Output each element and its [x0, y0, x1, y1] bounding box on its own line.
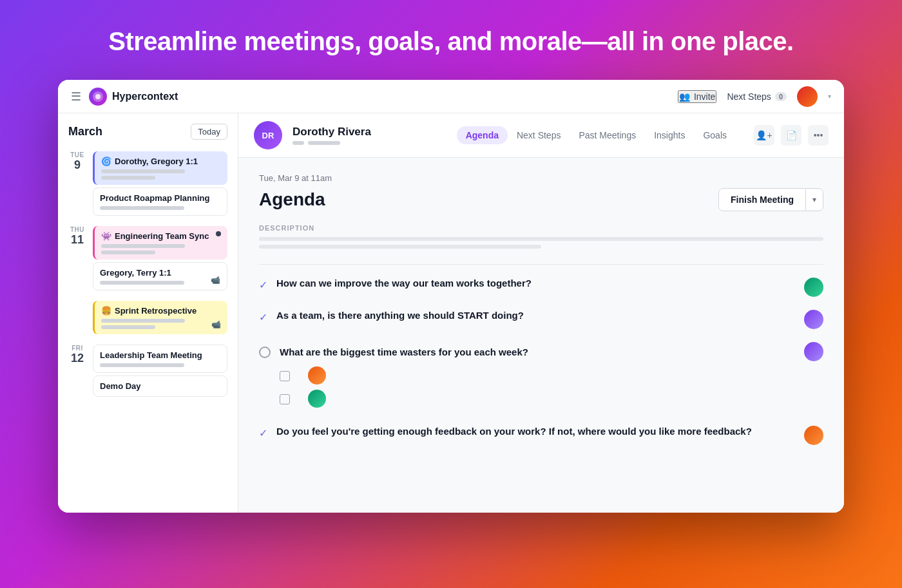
- event-product-roadmap[interactable]: Product Roapmap Planning: [93, 187, 227, 216]
- agenda-item-text: Do you feel you're getting enough feedba…: [276, 426, 795, 437]
- day-header-fri12: FRI 12 Leadership Team Meeting Demo: [58, 341, 238, 401]
- event-title: Gregory, Terry 1:1: [100, 268, 220, 278]
- day-events-sprint: 🍔 Sprint Retrospective 📹: [93, 301, 227, 334]
- agenda-item-3: What are the biggest time wasters for yo…: [259, 342, 823, 413]
- tab-insights[interactable]: Insights: [645, 126, 694, 144]
- nav-right: 👥 Invite Next Steps 0 ▾: [678, 86, 831, 107]
- event-leadership-team[interactable]: Leadership Team Meeting: [93, 345, 227, 373]
- today-button[interactable]: Today: [191, 124, 227, 140]
- brand-name: Hypercontext: [112, 91, 178, 102]
- tab-goals[interactable]: Goals: [694, 126, 736, 144]
- event-title: Demo Day: [100, 381, 220, 391]
- tab-past-meetings[interactable]: Past Meetings: [570, 126, 645, 144]
- document-button[interactable]: 📄: [781, 125, 801, 146]
- event-subtitle-line1: [101, 169, 185, 173]
- event-gregory-terry[interactable]: Gregory, Terry 1:1 📹: [93, 262, 227, 290]
- tab-next-steps[interactable]: Next Steps: [508, 126, 570, 144]
- add-participant-button[interactable]: 👤+: [754, 125, 774, 146]
- circle-icon: [259, 346, 271, 358]
- day-events-fri12: Leadership Team Meeting Demo Day: [93, 345, 227, 397]
- day-section-thu11: THU 11 👾 Engineering Team Sync: [58, 222, 238, 294]
- checkbox-icon: [280, 371, 290, 381]
- meeting-tabs: Agenda Next Steps Past Meetings Insights…: [457, 126, 736, 144]
- day-events-thu11: 👾 Engineering Team Sync Gregory, Terry 1…: [93, 226, 227, 290]
- agenda-item-avatar: [804, 426, 823, 445]
- day-header-sprint: 🍔 Sprint Retrospective 📹: [58, 297, 238, 338]
- sub-item-2: [280, 390, 326, 408]
- meeting-icons-row: [293, 141, 446, 145]
- video-icon: 📹: [211, 320, 221, 329]
- meeting-icon-dot2: [308, 141, 340, 145]
- agenda-item-text: As a team, is there anything we should S…: [276, 310, 795, 321]
- meeting-avatar: DR: [254, 121, 282, 149]
- next-steps-badge: 0: [775, 92, 787, 101]
- agenda-title: Agenda: [259, 189, 325, 210]
- nav-left: ☰ Hypercontext: [71, 88, 178, 106]
- event-sprint-retrospective[interactable]: 🍔 Sprint Retrospective 📹: [93, 301, 227, 334]
- agenda-content: Tue, Mar 9 at 11am Agenda Finish Meeting…: [238, 158, 844, 473]
- chevron-down-icon[interactable]: ▾: [828, 93, 831, 100]
- logo-area: Hypercontext: [89, 88, 178, 106]
- agenda-item-avatar: [804, 278, 823, 297]
- agenda-date: Tue, Mar 9 at 11am: [259, 173, 823, 183]
- day-header-thu11: THU 11 👾 Engineering Team Sync: [58, 222, 238, 294]
- desc-line-1: [259, 237, 823, 241]
- agenda-item-1: ✓ How can we improve the way our team wo…: [259, 278, 823, 297]
- day-name-fri: FRI: [72, 345, 83, 352]
- event-demo-day[interactable]: Demo Day: [93, 375, 227, 397]
- agenda-item-content: How can we improve the way our team work…: [276, 278, 795, 289]
- checkbox-icon: [280, 394, 290, 404]
- divider: [259, 264, 823, 265]
- event-subtitle-line: [100, 281, 184, 285]
- meeting-header: DR Dorothy Rivera Agenda Next Steps Past…: [238, 113, 844, 158]
- day-section-tue9: TUE 9 🌀 Dorothy, Gregory 1:1: [58, 147, 238, 220]
- event-subtitle-line1: [101, 319, 185, 323]
- hamburger-icon[interactable]: ☰: [71, 90, 81, 104]
- meeting-info: Dorothy Rivera: [293, 126, 446, 145]
- event-subtitle-line: [100, 363, 184, 367]
- finish-meeting-dropdown-button[interactable]: ▾: [805, 189, 823, 210]
- user-avatar[interactable]: [797, 86, 818, 107]
- finish-meeting-button-group: Finish Meeting ▾: [718, 188, 823, 211]
- sub-item-avatar: [308, 366, 326, 384]
- day-header-tue9: TUE 9 🌀 Dorothy, Gregory 1:1: [58, 147, 238, 220]
- description-label: DESCRIPTION: [259, 224, 823, 232]
- event-title: 🌀 Dorothy, Gregory 1:1: [101, 156, 221, 166]
- sub-items: [280, 366, 326, 413]
- day-num-12: 12: [71, 352, 84, 365]
- sidebar-month-header: March Today: [58, 124, 238, 147]
- desc-line-2: [259, 245, 541, 249]
- event-subtitle-line2: [101, 325, 155, 329]
- checkmark-icon: ✓: [259, 311, 267, 323]
- sub-item-avatar: [308, 390, 326, 408]
- event-title: Product Roapmap Planning: [100, 193, 220, 203]
- svg-point-1: [95, 94, 101, 99]
- checkmark-icon: ✓: [259, 279, 267, 291]
- agenda-item-content: As a team, is there anything we should S…: [276, 310, 795, 321]
- event-title: 👾 Engineering Team Sync: [101, 231, 221, 241]
- main-content: DR Dorothy Rivera Agenda Next Steps Past…: [238, 113, 844, 513]
- month-label: March: [68, 125, 102, 138]
- day-section-fri12: FRI 12 Leadership Team Meeting Demo: [58, 341, 238, 401]
- logo-icon: [89, 88, 107, 106]
- description-lines: [259, 237, 823, 249]
- event-engineering-team[interactable]: 👾 Engineering Team Sync: [93, 226, 227, 260]
- tab-agenda[interactable]: Agenda: [457, 126, 508, 144]
- event-subtitle-line2: [101, 176, 155, 180]
- finish-meeting-button[interactable]: Finish Meeting: [719, 189, 805, 211]
- next-steps-nav-button[interactable]: Next Steps 0: [727, 91, 787, 102]
- video-icon: 📹: [211, 276, 220, 285]
- more-options-button[interactable]: •••: [808, 125, 829, 146]
- agenda-item-2: ✓ As a team, is there anything we should…: [259, 310, 823, 329]
- invite-button[interactable]: 👥 Invite: [678, 90, 716, 103]
- day-name-thu: THU: [70, 226, 84, 233]
- event-subtitle-line1: [101, 244, 185, 248]
- agenda-item-avatar: [804, 310, 823, 329]
- invite-icon: 👥: [679, 91, 690, 102]
- main-layout: March Today TUE 9 🌀 Dorothy, Gregory 1:1: [58, 113, 844, 513]
- hero-title: Streamline meetings, goals, and morale—a…: [108, 26, 793, 57]
- event-subtitle-line: [100, 206, 184, 210]
- event-dorothy-gregory[interactable]: 🌀 Dorothy, Gregory 1:1: [93, 151, 227, 185]
- event-dot-indicator: [216, 231, 221, 236]
- event-title: 🍔 Sprint Retrospective: [101, 306, 221, 316]
